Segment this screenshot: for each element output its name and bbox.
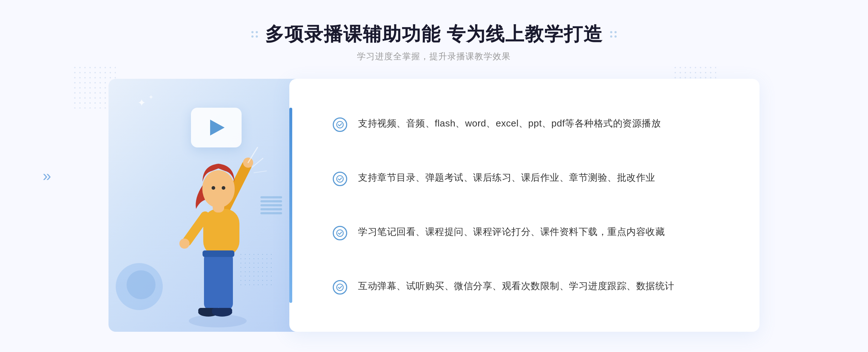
svg-point-5 (179, 239, 190, 249)
feature-item-2: 支持章节目录、弹题考试、课后练习、课后作业、章节测验、批改作业 (333, 170, 731, 186)
deco-circle-small (127, 270, 156, 299)
svg-line-4 (187, 216, 205, 241)
page-title: 多项录播课辅助功能 专为线上教学打造 (265, 22, 603, 47)
svg-line-17 (248, 147, 258, 163)
feature-item-4: 互动弹幕、试听购买、微信分享、观看次数限制、学习进度跟踪、数据统计 (333, 279, 731, 295)
illustration-area: ✦ ✦ (109, 79, 304, 332)
chevron-decoration-left: » (43, 168, 51, 184)
svg-point-23 (337, 284, 343, 291)
page-container: » 多项录播课辅助功能 专为线上教学打造 学习进度全掌握，提升录播课教学效果 ✦… (0, 0, 868, 352)
check-icon-1 (333, 117, 347, 132)
svg-line-18 (252, 158, 263, 167)
check-icon-3 (333, 226, 347, 240)
svg-line-19 (254, 171, 267, 173)
sparkle2-decoration: ✦ (148, 93, 154, 101)
feature-text-3: 学习笔记回看、课程提问、课程评论打分、课件资料下载，重点内容收藏 (358, 224, 665, 240)
svg-point-21 (337, 176, 343, 182)
sparkle-decoration: ✦ (137, 97, 146, 109)
feature-text-2: 支持章节目录、弹题考试、课后练习、课后作业、章节测验、批改作业 (358, 170, 655, 185)
feature-item-1: 支持视频、音频、flash、word、excel、ppt、pdf等各种格式的资源… (333, 116, 731, 132)
check-icon-4 (333, 280, 347, 295)
page-header: 多项录播课辅助功能 专为线上教学打造 学习进度全掌握，提升录播课教学效果 (251, 22, 617, 62)
human-figure (160, 129, 276, 332)
svg-point-20 (337, 121, 343, 128)
feature-text-1: 支持视频、音频、flash、word、excel、ppt、pdf等各种格式的资源… (358, 116, 661, 131)
title-dots-right (610, 31, 617, 38)
svg-point-8 (212, 186, 215, 190)
feature-text-4: 互动弹幕、试听购买、微信分享、观看次数限制、学习进度跟踪、数据统计 (358, 279, 675, 294)
svg-rect-16 (212, 308, 232, 313)
page-subtitle: 学习进度全掌握，提升录播课教学效果 (251, 51, 617, 62)
svg-rect-12 (203, 250, 234, 257)
main-content: ✦ ✦ (109, 79, 760, 332)
header-title-container: 多项录播课辅助功能 专为线上教学打造 (251, 22, 617, 47)
svg-point-0 (189, 314, 247, 327)
svg-point-22 (337, 230, 343, 236)
features-panel: 支持视频、音频、flash、word、excel、ppt、pdf等各种格式的资源… (289, 79, 760, 332)
feature-item-3: 学习笔记回看、课程提问、课程评论打分、课件资料下载，重点内容收藏 (333, 224, 731, 240)
svg-point-9 (222, 186, 225, 190)
svg-point-7 (202, 170, 235, 208)
check-icon-2 (333, 172, 347, 186)
svg-rect-11 (217, 252, 233, 310)
title-dots-left (251, 31, 258, 38)
